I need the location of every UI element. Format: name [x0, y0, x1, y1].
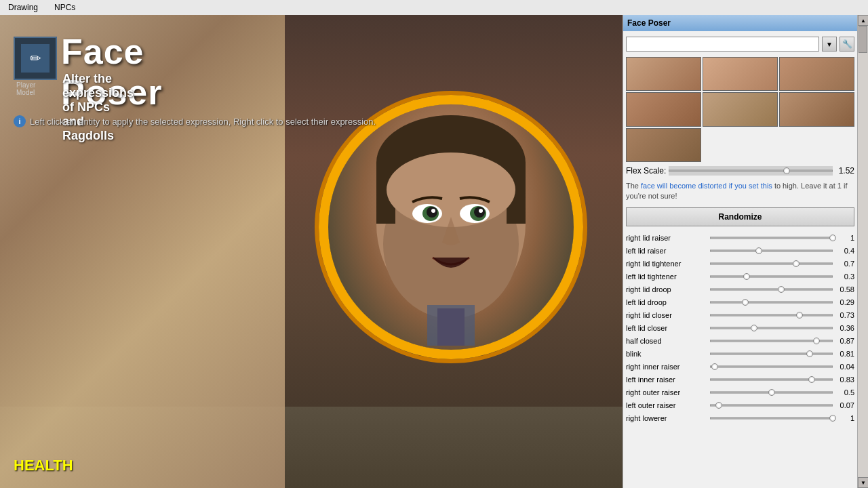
slider-control[interactable]	[710, 362, 833, 371]
slider-thumb	[751, 325, 757, 331]
face-thumb-3[interactable]	[779, 57, 854, 91]
slider-track	[710, 275, 833, 277]
svg-point-5	[387, 152, 515, 227]
slider-value: 0.87	[835, 337, 854, 345]
slider-row: half closed0.87	[626, 335, 854, 347]
dropdown-arrow[interactable]: ▼	[822, 37, 837, 52]
scroll-track	[858, 26, 868, 477]
flex-scale-track	[669, 170, 833, 172]
randomize-button[interactable]: Randomize	[626, 207, 854, 226]
slider-control[interactable]	[710, 272, 833, 281]
face-thumb-5[interactable]	[703, 92, 778, 126]
slider-control[interactable]	[710, 285, 833, 294]
slider-row: left outer raiser0.07	[626, 399, 854, 411]
face-thumb-7[interactable]	[626, 128, 701, 162]
tool-icon: ✏	[14, 37, 57, 80]
svg-point-12	[431, 209, 435, 213]
slider-track	[710, 262, 833, 264]
slider-control[interactable]	[710, 310, 833, 320]
wrench-button[interactable]: 🔧	[840, 37, 854, 52]
slider-row: left lid tightener0.3	[626, 270, 854, 283]
randomize-label: Randomize	[718, 212, 762, 222]
slider-row: left inner raiser0.83	[626, 373, 854, 386]
slider-value: 0.07	[835, 401, 854, 409]
slider-thumb	[768, 389, 775, 396]
slider-thumb	[743, 273, 750, 280]
expression-select[interactable]	[626, 37, 819, 52]
face-thumb-4[interactable]	[626, 92, 701, 126]
warning-text: The face will become distorted if you se…	[626, 180, 854, 205]
slider-control[interactable]	[710, 349, 833, 359]
slider-control[interactable]	[710, 375, 833, 384]
slider-row: right inner raiser0.04	[626, 361, 854, 373]
slider-value: 0.4	[835, 247, 854, 255]
right-panel: Face Poser ▼ 🔧 Flex Scale: 1.52	[623, 15, 868, 488]
slider-label: right lid closer	[626, 311, 707, 319]
slider-track	[710, 417, 833, 419]
slider-control[interactable]	[710, 246, 833, 256]
slider-thumb	[806, 350, 813, 357]
face-thumbnails-grid	[626, 57, 854, 162]
slider-value: 0.04	[835, 363, 854, 371]
slider-label: right lid tightener	[626, 260, 707, 268]
menu-npcs[interactable]: NPCs	[52, 1, 78, 14]
face-thumb-2[interactable]	[703, 57, 778, 91]
slider-label: left lid closer	[626, 324, 707, 332]
slider-row: right lid closer0.73	[626, 309, 854, 321]
slider-label: right lid raiser	[626, 234, 707, 242]
slider-control[interactable]	[710, 388, 833, 397]
slider-value: 0.3	[835, 272, 854, 281]
pencil-icon: ✏	[30, 50, 41, 66]
slider-value: 0.81	[835, 350, 854, 358]
face-preview	[328, 104, 574, 350]
flex-scale-row: Flex Scale: 1.52	[626, 165, 854, 177]
panel-title: Face Poser	[627, 18, 671, 28]
slider-control[interactable]	[710, 298, 833, 307]
slider-row: left lid raiser0.4	[626, 245, 854, 257]
panel-scrollbar: ▲ ▼	[857, 15, 868, 488]
info-bar: i Left click an entity to apply the sele…	[14, 115, 376, 127]
player-model-label: Player Model	[16, 81, 35, 96]
slider-control[interactable]	[710, 336, 833, 346]
scroll-down-button[interactable]: ▼	[858, 477, 868, 488]
slider-value: 0.5	[835, 388, 854, 396]
slider-thumb	[715, 402, 722, 409]
slider-value: 0.58	[835, 285, 854, 293]
slider-track	[710, 237, 833, 239]
slider-row: right outer raiser0.5	[626, 386, 854, 399]
face-thumb-6[interactable]	[779, 92, 854, 126]
expression-dropdown: ▼ 🔧	[626, 34, 854, 54]
tool-icon-inner: ✏	[21, 44, 50, 73]
slider-control[interactable]	[710, 259, 833, 268]
slider-row: right lid tightener0.7	[626, 258, 854, 270]
scroll-thumb[interactable]	[859, 26, 867, 53]
slider-value: 0.83	[835, 375, 854, 384]
flex-scale-slider[interactable]	[669, 166, 833, 176]
panel-titlebar: Face Poser	[623, 15, 868, 31]
info-icon: i	[14, 115, 26, 127]
slider-label: left lid droop	[626, 298, 707, 306]
slider-label: left inner raiser	[626, 375, 707, 384]
svg-rect-15	[427, 305, 475, 346]
circle-viewport	[319, 95, 583, 359]
slider-value: 1	[835, 414, 854, 422]
slider-control[interactable]	[710, 413, 833, 423]
menu-drawing[interactable]: Drawing	[5, 1, 41, 14]
slider-control[interactable]	[710, 401, 833, 410]
slider-track	[710, 288, 833, 290]
face-thumb-1[interactable]	[626, 57, 701, 91]
slider-control[interactable]	[710, 233, 833, 243]
slider-thumb	[711, 363, 718, 370]
slider-label: right lowerer	[626, 414, 707, 422]
slider-value: 1	[835, 234, 854, 242]
slider-row: left lid closer0.36	[626, 322, 854, 334]
scroll-up-button[interactable]: ▲	[858, 15, 868, 26]
slider-row: right lid droop0.58	[626, 283, 854, 296]
slider-label: left lid raiser	[626, 247, 707, 255]
slider-thumb	[808, 376, 815, 383]
slider-thumb	[755, 247, 762, 254]
slider-control[interactable]	[710, 323, 833, 333]
slider-track	[710, 404, 833, 406]
sliders-list: right lid raiser1left lid raiser0.4right…	[626, 232, 854, 485]
slider-thumb	[778, 286, 785, 293]
